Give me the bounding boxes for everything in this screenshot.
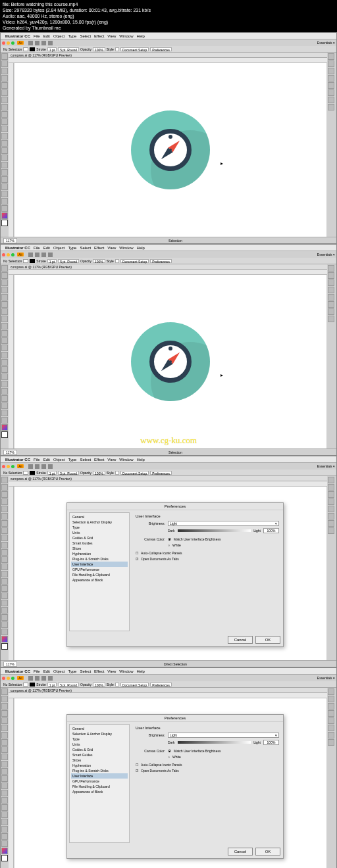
tool-icon[interactable] (1, 811, 8, 818)
tool-icon[interactable] (1, 287, 8, 293)
radio-white[interactable]: ○ (168, 755, 170, 759)
menu-select[interactable]: Select (78, 34, 92, 38)
menu-file[interactable]: File (32, 669, 41, 673)
tool-icon[interactable] (1, 527, 8, 534)
tool-icon[interactable] (1, 388, 8, 395)
panel-icon[interactable] (328, 301, 334, 308)
toolbar-icon[interactable] (28, 41, 33, 45)
tool-icon[interactable] (1, 520, 8, 527)
menu-file[interactable]: File (32, 458, 41, 462)
menu-type[interactable]: Type (66, 246, 78, 250)
minimize-window-icon[interactable] (7, 253, 10, 256)
scale-tool[interactable] (1, 140, 8, 147)
tool-icon[interactable] (1, 477, 8, 483)
workspace-menu[interactable]: Essentials ▾ (317, 676, 335, 680)
tool-icon[interactable] (1, 402, 8, 409)
menu-select[interactable]: Select (78, 246, 92, 250)
app-name[interactable]: Illustrator CC (4, 669, 32, 673)
panel-icon[interactable] (328, 60, 334, 67)
preferences-button[interactable]: Preferences (150, 683, 172, 687)
panel-icon[interactable] (328, 308, 334, 315)
cat-slices[interactable]: Slices (71, 546, 128, 551)
panel-icon[interactable] (328, 506, 334, 512)
tool-icon[interactable] (1, 783, 8, 789)
stroke-swatch[interactable] (30, 683, 35, 687)
style-select[interactable] (115, 47, 119, 51)
tool-icon[interactable] (1, 366, 8, 373)
tool-icon[interactable] (1, 826, 8, 832)
workspace-menu[interactable]: Essentials ▾ (317, 41, 335, 45)
cat-selection[interactable]: Selection & Anchor Display (71, 731, 128, 736)
panel-icon[interactable] (328, 717, 334, 724)
tool-icon[interactable] (1, 703, 8, 710)
maximize-window-icon[interactable] (11, 253, 14, 256)
workspace-menu[interactable]: Essentials ▾ (317, 253, 335, 256)
brightness-select[interactable]: Light (168, 733, 279, 738)
style-select[interactable] (115, 683, 119, 687)
panel-icon[interactable] (328, 477, 334, 483)
tool-icon[interactable] (1, 323, 8, 329)
cat-type[interactable]: Type (71, 736, 128, 742)
menu-edit[interactable]: Edit (42, 246, 51, 250)
tool-icon[interactable] (1, 272, 8, 279)
stroke-swatch[interactable] (30, 259, 35, 263)
cancel-button[interactable]: Cancel (228, 636, 253, 644)
cat-units[interactable]: Units (71, 742, 128, 747)
tool-icon[interactable] (1, 381, 8, 387)
tool-icon[interactable] (1, 804, 8, 811)
style-select[interactable] (115, 259, 119, 263)
menu-type[interactable]: Type (66, 458, 78, 462)
style-select[interactable] (115, 471, 119, 475)
document-tab[interactable]: compass.ai @ 117% (RGB/GPU Preview) (9, 264, 327, 270)
cat-slices[interactable]: Slices (71, 758, 128, 763)
tool-icon[interactable] (1, 840, 8, 847)
tool-icon[interactable] (1, 688, 8, 695)
cat-units[interactable]: Units (71, 530, 128, 535)
tool-icon[interactable] (1, 739, 8, 746)
panel-icon[interactable] (328, 279, 334, 286)
tool-icon[interactable] (1, 506, 8, 512)
tool-icon[interactable] (1, 345, 8, 351)
cancel-button[interactable]: Cancel (228, 848, 253, 856)
tool-icon[interactable] (1, 696, 8, 702)
cat-type[interactable]: Type (71, 525, 128, 530)
opacity-input[interactable]: 100% (93, 471, 105, 475)
tool-icon[interactable] (1, 797, 8, 804)
menu-view[interactable]: View (106, 669, 117, 673)
opacity-input[interactable]: 100% (93, 47, 105, 51)
cat-general[interactable]: General (71, 514, 128, 519)
tool-icon[interactable] (1, 592, 8, 599)
fill-swatch[interactable] (23, 471, 28, 475)
tool-icon[interactable] (1, 330, 8, 337)
mesh-tool[interactable] (1, 176, 8, 183)
menu-object[interactable]: Object (52, 458, 66, 462)
tool-icon[interactable] (1, 549, 8, 556)
cat-hyphenation[interactable]: Hyphenation (71, 551, 128, 556)
close-window-icon[interactable] (2, 253, 5, 256)
tool-icon[interactable] (1, 316, 8, 322)
tool-icon[interactable] (1, 819, 8, 825)
menu-effect[interactable]: Effect (93, 34, 105, 38)
menu-type[interactable]: Type (66, 34, 78, 38)
checkbox-auto-collapse[interactable]: ☐ (136, 551, 138, 555)
brush-select[interactable]: 5 pt. Round (58, 683, 79, 687)
panel-icon[interactable] (328, 316, 334, 322)
fill-stroke-swatch[interactable] (1, 424, 8, 431)
free-transform-tool[interactable] (1, 155, 8, 161)
maximize-window-icon[interactable] (11, 465, 14, 468)
fill-swatch[interactable] (23, 47, 28, 51)
brush-select[interactable]: 5 pt. Round (58, 259, 79, 263)
type-tool[interactable] (1, 89, 8, 96)
cat-ui[interactable]: User Interface (71, 562, 128, 567)
cat-general[interactable]: General (71, 726, 128, 731)
panel-icon[interactable] (328, 520, 334, 527)
tool-icon[interactable] (1, 308, 8, 315)
menu-help[interactable]: Help (136, 669, 146, 673)
app-name[interactable]: Illustrator CC (4, 246, 32, 250)
tool-icon[interactable] (1, 746, 8, 753)
cat-guides[interactable]: Guides & Grid (71, 535, 128, 541)
panel-icon[interactable] (328, 104, 334, 110)
color-mode-icon[interactable] (1, 220, 8, 226)
checkbox-open-tabs[interactable]: ☑ (136, 557, 138, 561)
menu-window[interactable]: Window (118, 246, 134, 250)
